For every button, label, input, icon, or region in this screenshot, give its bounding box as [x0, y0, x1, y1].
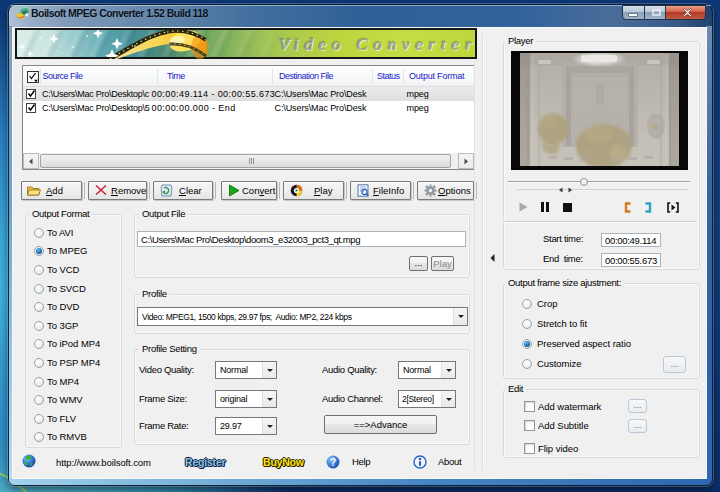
- svg-text:?: ?: [330, 457, 336, 468]
